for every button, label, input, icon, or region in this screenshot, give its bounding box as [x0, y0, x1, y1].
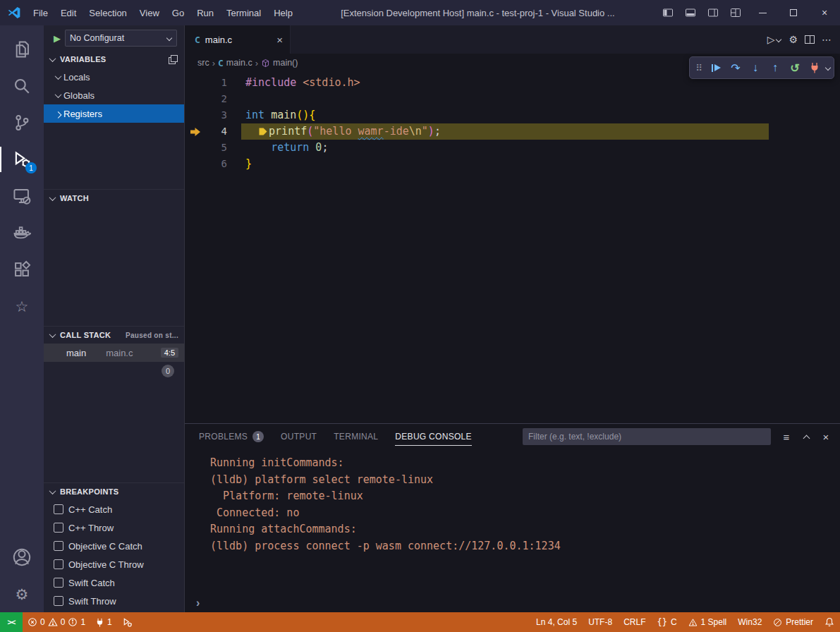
menu-go[interactable]: Go — [166, 0, 190, 25]
start-debug-icon[interactable]: ▶ — [54, 33, 61, 44]
step-into-button[interactable]: ↓ — [746, 59, 765, 77]
tab-main-c[interactable]: C main.c × — [185, 25, 291, 54]
notifications-bell-icon[interactable] — [819, 612, 840, 632]
panel-tab-problems[interactable]: PROBLEMS1 — [199, 424, 264, 449]
language-indicator[interactable]: {} C — [651, 612, 682, 632]
maximize-button[interactable] — [778, 0, 809, 25]
maximize-panel-icon[interactable] — [798, 428, 815, 445]
activity-search-icon[interactable] — [0, 68, 44, 104]
panel-tab-debug-console[interactable]: DEBUG CONSOLE — [395, 424, 472, 449]
panel-tab-terminal[interactable]: TERMINAL — [334, 424, 378, 449]
checkbox[interactable] — [54, 596, 63, 606]
checkbox[interactable] — [54, 559, 63, 569]
menu-help[interactable]: Help — [267, 0, 299, 25]
debug-console-input[interactable]: › — [185, 594, 840, 612]
debug-status-icon[interactable] — [117, 612, 138, 632]
panel-tab-output[interactable]: OUTPUT — [281, 424, 317, 449]
menu-edit[interactable]: Edit — [54, 0, 83, 25]
code-line[interactable]: 2 — [185, 91, 840, 107]
breakpoint-item-objective-c-throw[interactable]: Objective C Throw — [44, 555, 184, 573]
variables-item-label: Registers — [63, 109, 102, 119]
breakpoint-item-c-catch[interactable]: C++ Catch — [44, 500, 184, 518]
toggle-secondary-sidebar-icon[interactable] — [702, 0, 724, 25]
variables-item-locals[interactable]: Locals — [44, 68, 184, 86]
spell-label: 1 Spell — [701, 617, 727, 627]
debug-console-output[interactable]: Running initCommands:(lldb) platform sel… — [185, 449, 840, 594]
split-editor-icon[interactable] — [805, 35, 815, 44]
code-token — [296, 76, 303, 89]
console-prompt-icon: › — [196, 597, 200, 609]
code-line[interactable]: 4 printf("hello wamr-ide\n"); — [185, 123, 840, 140]
restart-button[interactable]: ↺ — [786, 59, 804, 77]
activity-docker-icon[interactable] — [0, 214, 44, 251]
remote-indicator[interactable]: >< — [0, 612, 23, 632]
platform-indicator[interactable]: Win32 — [732, 612, 767, 632]
more-actions-icon[interactable]: ⋯ — [822, 34, 832, 45]
activity-run-debug-icon[interactable]: 1 — [0, 141, 44, 178]
activity-explorer-icon[interactable] — [0, 31, 44, 68]
editor-gear-icon[interactable]: ⚙ — [789, 34, 798, 45]
problems-status[interactable]: 0 0 1 — [23, 612, 90, 632]
menu-file[interactable]: File — [27, 0, 54, 25]
code-token: ; — [322, 141, 328, 154]
breakpoints-header[interactable]: BREAKPOINTS — [44, 483, 184, 500]
continue-button[interactable] — [707, 59, 725, 77]
output-actions-icon[interactable]: ≡ — [778, 428, 795, 445]
ports-status[interactable]: 1 — [90, 612, 117, 632]
menu-selection[interactable]: Selection — [83, 0, 133, 25]
code-line[interactable]: 5 return 0; — [185, 140, 840, 156]
code-token: ) — [428, 125, 434, 138]
activity-source-control-icon[interactable] — [0, 104, 44, 141]
formatter-status[interactable]: Prettier — [767, 612, 819, 632]
close-panel-icon[interactable]: × — [817, 428, 834, 445]
encoding-indicator[interactable]: UTF-8 — [583, 612, 618, 632]
breadcrumb-src[interactable]: src — [197, 58, 209, 68]
disconnect-button[interactable] — [805, 59, 824, 77]
stack-frame-row[interactable]: main main.c 4:5 — [44, 344, 184, 362]
breakpoint-item-swift-catch[interactable]: Swift Catch — [44, 573, 184, 592]
menu-run[interactable]: Run — [190, 0, 220, 25]
cursor-position[interactable]: Ln 4, Col 5 — [530, 612, 583, 632]
breakpoint-item-swift-throw[interactable]: Swift Throw — [44, 592, 184, 610]
code-line[interactable]: 6} — [185, 156, 840, 172]
breadcrumb-file[interactable]: C main.c — [218, 58, 252, 68]
console-filter-input[interactable] — [523, 428, 771, 445]
inline-breakpoint-icon[interactable] — [258, 125, 269, 135]
chevron-down-icon[interactable] — [825, 65, 831, 71]
collapse-all-icon[interactable] — [167, 54, 178, 65]
toggle-sidebar-icon[interactable] — [657, 0, 679, 25]
customize-layout-icon[interactable] — [724, 0, 747, 25]
breadcrumb-symbol[interactable]: main() — [261, 58, 298, 68]
menu-view[interactable]: View — [133, 0, 166, 25]
variables-item-registers[interactable]: Registers — [44, 104, 184, 123]
activity-star-icon[interactable]: ☆ — [0, 288, 44, 324]
checkbox[interactable] — [54, 504, 63, 514]
checkbox[interactable] — [54, 578, 63, 588]
variables-header[interactable]: VARIABLES — [44, 51, 184, 68]
toolbar-drag-handle[interactable]: ⠿ — [693, 59, 705, 77]
call-stack-header[interactable]: CALL STACK Paused on st... — [44, 327, 184, 344]
variables-item-globals[interactable]: Globals — [44, 86, 184, 104]
breakpoint-item-c-throw[interactable]: C++ Throw — [44, 518, 184, 537]
checkbox[interactable] — [54, 523, 63, 533]
activity-remote-explorer-icon[interactable] — [0, 178, 44, 214]
spell-checker-status[interactable]: 1 Spell — [683, 612, 733, 632]
breakpoint-item-objective-c-catch[interactable]: Objective C Catch — [44, 537, 184, 555]
activity-account-icon[interactable] — [0, 539, 44, 576]
code-area[interactable]: 1#include <stdio.h>23int main(){4 printf… — [185, 72, 840, 423]
activity-settings-icon[interactable]: ⚙ — [0, 576, 44, 612]
eol-indicator[interactable]: CRLF — [618, 612, 651, 632]
watch-header[interactable]: WATCH — [44, 190, 184, 207]
minimize-button[interactable] — [747, 0, 778, 25]
tab-close-icon[interactable]: × — [276, 34, 283, 46]
close-button[interactable]: × — [809, 0, 840, 25]
code-line[interactable]: 3int main(){ — [185, 107, 840, 123]
menu-terminal[interactable]: Terminal — [220, 0, 267, 25]
step-over-button[interactable]: ↷ — [726, 59, 745, 77]
toggle-panel-icon[interactable] — [679, 0, 702, 25]
launch-config-dropdown[interactable]: No Configurat — [65, 30, 177, 47]
step-out-button[interactable]: ↑ — [766, 59, 784, 77]
checkbox[interactable] — [54, 541, 63, 551]
activity-extensions-icon[interactable] — [0, 251, 44, 288]
run-file-button[interactable]: ▷ — [767, 34, 782, 45]
